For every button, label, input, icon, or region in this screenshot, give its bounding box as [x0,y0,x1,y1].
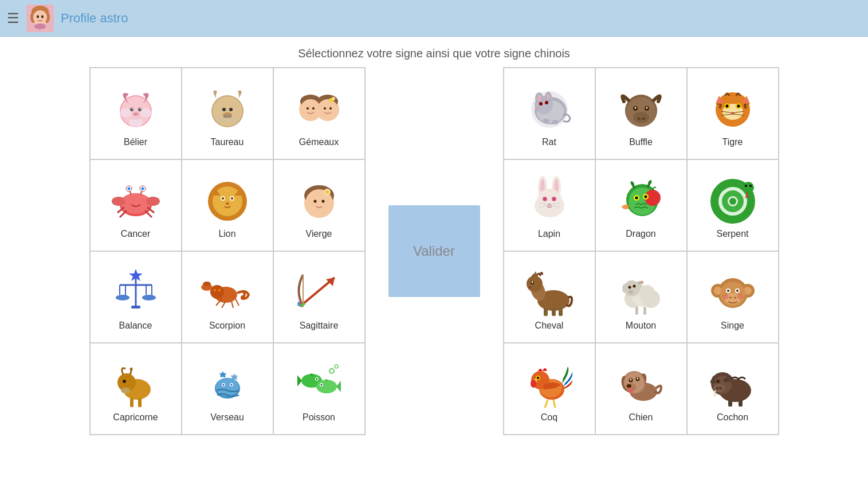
svg-point-98 [123,381,125,382]
svg-point-160 [537,189,562,214]
gemeaux-label: Gémeaux [299,137,339,147]
svg-point-69 [313,200,316,203]
svg-point-247 [716,386,719,390]
chien-icon [614,355,669,410]
chinese-sign-buffle[interactable]: Buffle [595,68,687,159]
cancer-label: Cancer [121,229,151,239]
svg-point-86 [203,282,211,286]
verseau-label: Verseau [210,412,244,423]
svg-point-21 [229,108,233,111]
western-sign-cancer[interactable]: Cancer [90,159,182,251]
buffle-label: Buffle [629,137,653,147]
lion-label: Lion [218,229,235,239]
chinese-zodiac-grid: Rat Buffle [503,67,779,435]
svg-point-84 [218,289,221,291]
svg-point-14 [133,112,139,116]
vierge-label: Vierge [306,229,332,239]
svg-point-26 [229,117,238,123]
svg-point-241 [627,384,631,388]
svg-line-91 [235,299,239,306]
svg-point-202 [628,286,631,289]
svg-rect-193 [559,308,563,316]
svg-line-230 [553,400,555,408]
vierge-icon [292,171,347,227]
balance-label: Balance [119,321,152,331]
menu-icon[interactable]: ☰ [7,10,19,26]
western-sign-belier[interactable]: Bélier [90,68,182,159]
chinese-sign-mouton[interactable]: Mouton [595,251,687,343]
cochon-icon [705,355,760,410]
svg-point-183 [749,185,752,187]
svg-line-229 [545,400,548,408]
svg-point-20 [222,108,226,111]
lion-icon [200,171,255,227]
taureau-label: Taureau [211,137,244,147]
coq-label: Coq [541,412,557,423]
svg-point-221 [737,294,743,299]
svg-point-15 [120,108,131,118]
singe-icon [705,263,760,318]
rat-icon [522,80,577,135]
chinese-sign-serpent[interactable]: Serpent [687,159,779,251]
svg-point-23 [223,115,227,118]
rat-label: Rat [542,137,556,147]
chinese-sign-cheval[interactable]: Cheval [504,251,595,343]
svg-point-139 [646,107,647,109]
western-sign-gemeaux[interactable]: Gémeaux [273,68,365,159]
svg-point-228 [531,380,536,388]
chinese-sign-dragon[interactable]: Dragon [595,159,687,251]
svg-point-33 [307,107,309,110]
coq-icon [522,355,577,410]
western-sign-poisson[interactable]: Poisson [273,343,365,435]
svg-point-99 [121,388,130,393]
chinese-sign-lapin[interactable]: Lapin [504,159,595,251]
svg-point-61 [226,202,229,205]
svg-point-10 [130,108,133,111]
western-sign-vierge[interactable]: Vierge [273,159,365,251]
svg-point-227 [537,377,539,379]
svg-point-164 [553,198,555,200]
svg-point-59 [222,198,223,199]
avatar [26,5,54,32]
svg-point-175 [635,197,638,200]
capricorne-label: Capricorne [113,412,158,423]
valider-button[interactable]: Valider [388,205,480,297]
buffle-icon [614,80,669,135]
svg-rect-100 [130,398,133,407]
tigre-icon [705,80,760,135]
chinese-sign-chien[interactable]: Chien [595,343,687,435]
svg-point-75 [116,295,129,300]
mouton-label: Mouton [626,321,656,331]
lapin-icon [522,171,577,227]
svg-point-109 [316,380,337,393]
svg-point-48 [146,197,160,206]
chinese-sign-cochon[interactable]: Cochon [687,343,779,435]
gemeaux-icon [292,80,347,135]
page-subtitle: Sélectionnez votre signe ainsi que votre… [0,37,868,67]
svg-point-218 [729,297,732,299]
svg-point-133 [633,112,649,123]
western-sign-verseau[interactable]: Verseau [182,343,273,435]
svg-point-70 [321,200,324,203]
chinese-sign-rat[interactable]: Rat [504,68,595,159]
svg-point-46 [141,188,144,190]
western-sign-sagittaire[interactable]: Sagittaire [273,251,365,343]
cancer-icon [108,171,163,227]
svg-point-6 [41,15,44,18]
western-sign-balance[interactable]: Balance [90,251,182,343]
capricorne-icon [108,355,163,410]
taureau-icon [200,80,255,135]
svg-point-148 [725,105,728,108]
svg-point-24 [228,115,231,118]
svg-point-249 [716,380,720,383]
western-sign-taureau[interactable]: Taureau [182,68,273,159]
svg-point-87 [241,295,245,300]
western-sign-scorpion[interactable]: Scorpion [182,251,273,343]
chinese-sign-coq[interactable]: Coq [504,343,595,435]
svg-point-135 [642,118,645,120]
western-sign-lion[interactable]: Lion [182,159,273,251]
chinese-sign-singe[interactable]: Singe [687,251,779,343]
svg-point-83 [214,289,216,291]
western-sign-capricorne[interactable]: Capricorne [90,343,182,435]
chinese-sign-tigre[interactable]: Tigre [687,68,779,159]
